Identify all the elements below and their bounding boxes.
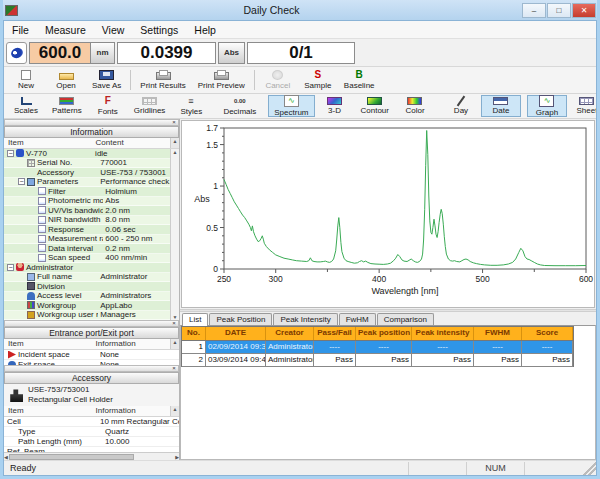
accessory-row[interactable]: Cell 10 mm Rectangular Cell [4, 417, 179, 427]
scroll-up-icon[interactable]: ▲ [170, 138, 179, 148]
tree-expander-icon[interactable] [18, 283, 25, 290]
tree-expander-icon[interactable]: − [18, 178, 25, 185]
day-button[interactable]: Day [441, 95, 481, 117]
panel-splitter[interactable]: × [4, 365, 179, 372]
ports-row[interactable]: Incident space None [4, 350, 179, 360]
wavelength-unit-button[interactable]: nm [91, 42, 115, 64]
decimals-button[interactable]: 0.00Decimals [217, 95, 262, 117]
information-tree-row[interactable]: Workgroup user rights Managers [4, 311, 170, 321]
three-d-button[interactable]: 3-D [315, 95, 355, 117]
spectrum-button[interactable]: ∿Spectrum [268, 95, 314, 117]
information-tree-row[interactable]: − V-770 idle [4, 149, 170, 159]
results-tab[interactable]: FwHM [339, 313, 376, 325]
fonts-button[interactable]: FFonts [88, 95, 128, 117]
information-tree-row[interactable]: Scan speed 400 nm/min [4, 254, 170, 264]
baseline-button[interactable]: BBaseline [338, 68, 381, 92]
tree-expander-icon[interactable] [29, 235, 36, 242]
photometric-mode-button[interactable]: Abs [218, 42, 245, 64]
tree-expander-icon[interactable] [18, 311, 25, 318]
tree-item-label: Accessory [37, 168, 74, 177]
information-tree-row[interactable]: UV/Vis bandwidth 2.0 nm [4, 206, 170, 216]
patterns-button[interactable]: Patterns [46, 95, 88, 117]
scroll-right-icon[interactable]: ▶ [175, 454, 179, 460]
ports-column-header: Item Information ▲ [4, 339, 179, 350]
panel-close-icon[interactable]: × [170, 321, 178, 327]
information-tree-row[interactable]: NIR bandwidth 8.0 nm [4, 216, 170, 226]
results-tab[interactable]: List [182, 313, 208, 326]
results-row[interactable]: 2 03/09/2014 09:44 Administrator Pass Pa… [182, 354, 573, 367]
gridlines-button[interactable]: Gridlines [128, 95, 172, 117]
information-tree-row[interactable]: Accessory USE-753 / 753001 [4, 168, 170, 178]
scroll-up-icon[interactable]: ▲ [170, 339, 179, 349]
contour-button[interactable]: Contour [355, 95, 395, 117]
cancel-button[interactable]: Cancel [258, 68, 298, 92]
information-tree-row[interactable]: Full name Administrator [4, 273, 170, 283]
color-button[interactable]: Color [395, 95, 435, 117]
menu-item[interactable]: Measure [37, 23, 94, 37]
print-preview-button[interactable]: Print Preview [192, 68, 251, 92]
information-tree-row[interactable]: − Administrator [4, 263, 170, 273]
tree-expander-icon[interactable] [29, 197, 36, 204]
information-tree-row[interactable]: − Parameters Performance check... [4, 178, 170, 188]
results-tab[interactable]: Comparison [377, 313, 434, 325]
accessory-section-header[interactable]: Accessory [4, 372, 179, 384]
results-row[interactable]: 1 02/09/2014 09:35 Administrator ---- --… [182, 341, 573, 354]
results-tab[interactable]: Peak Intensity [273, 313, 337, 325]
resize-grip[interactable] [582, 462, 596, 475]
information-tree-row[interactable]: Data interval 0.2 nm [4, 244, 170, 254]
close-button[interactable]: ✕ [572, 3, 596, 18]
tree-expander-icon[interactable] [29, 226, 36, 233]
information-tree-row[interactable]: Serial No. 770001 [4, 159, 170, 169]
minimize-button[interactable]: – [522, 3, 546, 18]
ports-section-header[interactable]: Entrance port/Exit port [4, 327, 179, 339]
scroll-up-icon[interactable]: ▲ [173, 149, 178, 155]
information-tree-row[interactable]: Filter Holmium [4, 187, 170, 197]
information-tree-row[interactable]: Access level Administrators [4, 292, 170, 302]
menu-item[interactable]: Settings [132, 23, 186, 37]
menu-item[interactable]: View [94, 23, 133, 37]
panel-close-icon[interactable]: × [170, 366, 178, 372]
styles-button[interactable]: ≡Styles [171, 95, 211, 117]
tree-expander-icon[interactable] [29, 254, 36, 261]
save-as-button[interactable]: Save As [86, 68, 127, 92]
tree-expander-icon[interactable] [18, 292, 25, 299]
menu-item[interactable]: Help [186, 23, 224, 37]
tree-expander-icon[interactable]: − [7, 264, 14, 271]
tree-expander-icon[interactable] [18, 169, 25, 176]
panel-splitter[interactable]: × [4, 320, 179, 327]
tree-expander-icon[interactable] [18, 302, 25, 309]
accessory-row[interactable]: Path Length (mm) 10.000 [4, 437, 179, 447]
print-results-button[interactable]: Print Results [134, 68, 191, 92]
accessory-hscrollbar[interactable]: ◀ ▶ [4, 452, 179, 460]
new-button[interactable]: New [6, 68, 46, 92]
tree-expander-icon[interactable] [18, 273, 25, 280]
panel-splitter[interactable]: × [4, 119, 179, 126]
tree-expander-icon[interactable] [29, 245, 36, 252]
information-scrollbar[interactable]: ▲ ▼ [170, 149, 179, 320]
sheet-button[interactable]: Sheet [567, 95, 597, 117]
scales-button[interactable]: Scales [6, 95, 46, 117]
date-button[interactable]: Date [481, 95, 521, 117]
open-button[interactable]: Open [46, 68, 86, 92]
information-tree-row[interactable]: Measurement ra... 600 - 250 nm [4, 235, 170, 245]
panel-close-icon[interactable]: × [170, 120, 178, 126]
scroll-up-icon[interactable]: ▲ [170, 406, 179, 416]
scroll-left-icon[interactable]: ◀ [4, 454, 8, 460]
information-tree-row[interactable]: Response 0.06 sec [4, 225, 170, 235]
graph-button[interactable]: ∿Graph [527, 95, 567, 117]
tree-expander-icon[interactable] [29, 207, 36, 214]
tree-expander-icon[interactable] [18, 159, 25, 166]
maximize-button[interactable]: □ [547, 3, 571, 18]
information-tree-row[interactable]: Photometric mode Abs [4, 197, 170, 207]
sample-button[interactable]: SSample [298, 68, 338, 92]
tree-expander-icon[interactable]: − [7, 150, 14, 157]
information-tree-row[interactable]: Division [4, 282, 170, 292]
tree-expander-icon[interactable] [29, 188, 36, 195]
menu-item[interactable]: File [4, 23, 37, 37]
scrollbar-thumb[interactable] [9, 454, 134, 460]
accessory-row[interactable]: Type Quartz [4, 427, 179, 437]
tree-expander-icon[interactable] [29, 216, 36, 223]
results-tab[interactable]: Peak Position [209, 313, 272, 325]
information-section-header[interactable]: Information [4, 126, 179, 138]
information-tree-row[interactable]: Workgroup AppLabo [4, 301, 170, 311]
